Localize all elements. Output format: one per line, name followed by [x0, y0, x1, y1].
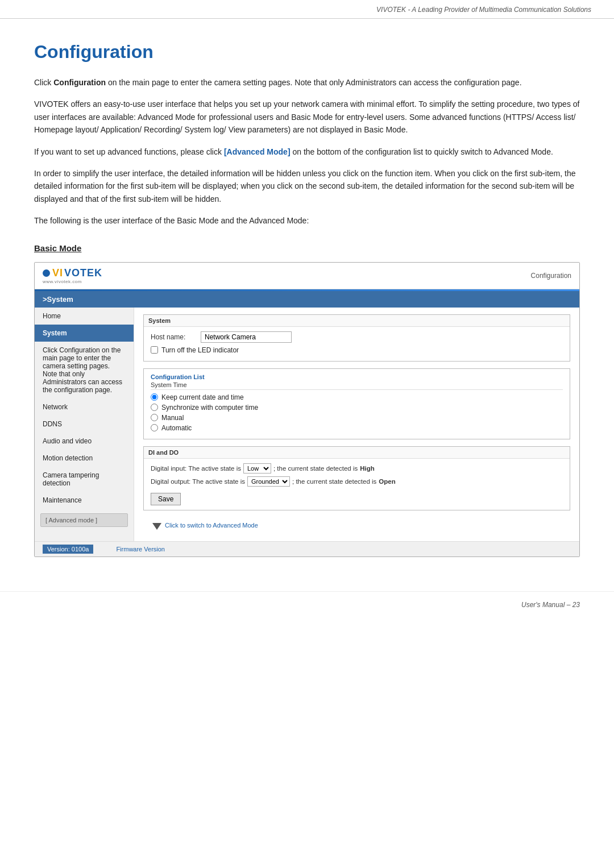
page-footer: User's Manual – 23 — [0, 591, 614, 618]
main-content: Configuration Click Configuration on the… — [0, 19, 614, 580]
ui-main-panel: System Host name: Turn off the LED indic… — [134, 308, 579, 541]
breadcrumb-bar: >System — [35, 291, 579, 308]
sidebar-item-network[interactable]: Network — [35, 398, 134, 416]
system-section-box: System Host name: Turn off the LED indic… — [143, 314, 570, 362]
radio-automatic: Automatic — [151, 424, 563, 432]
footer-text: User's Manual – 23 — [521, 601, 580, 609]
radio-auto-label: Automatic — [161, 424, 192, 432]
logo-vi: VI — [52, 267, 63, 279]
version-badge: Version: 0100a — [43, 545, 93, 554]
digital-output-row: Digital output: The active state is Grou… — [151, 476, 563, 487]
basic-mode-label: Basic Mode — [34, 243, 580, 253]
paragraph-1: Click Configuration on the main page to … — [34, 76, 580, 89]
firmware-version-label: Firmware Version — [116, 546, 165, 553]
sidebar-item-system[interactable]: System — [35, 325, 134, 342]
radio-auto-input[interactable] — [151, 424, 158, 431]
led-checkbox-label: Turn off the LED indicator — [161, 346, 239, 354]
paragraph-5: The following is the user interface of t… — [34, 214, 580, 227]
radio-manual: Manual — [151, 414, 563, 422]
sidebar-item-advanced-mode[interactable]: [ Advanced mode ] — [40, 513, 128, 527]
sidebar-item-motion-detection[interactable]: Motion detection — [35, 450, 134, 467]
advanced-mode-link-text[interactable]: [Advanced Mode] — [224, 147, 291, 156]
di-select[interactable]: Low High — [243, 463, 271, 474]
breadcrumb-text: >System — [43, 295, 73, 304]
vivotek-logo: VIVOTEK www.vivotek.com — [43, 267, 102, 284]
di-do-content: Digital input: The active state is Low H… — [144, 459, 570, 510]
radio-manual-label: Manual — [161, 414, 184, 422]
do-text-middle: ; the current state detected is — [292, 478, 376, 485]
sidebar-item-audio-video[interactable]: Audio and video — [35, 433, 134, 450]
sidebar-item-ddns[interactable]: DDNS — [35, 416, 134, 433]
di-detected-value: High — [360, 465, 375, 472]
ui-top-bar: VIVOTEK www.vivotek.com Configuration — [35, 263, 579, 289]
led-checkbox-row: Turn off the LED indicator — [151, 346, 563, 354]
header-tagline: VIVOTEK - A Leading Provider of Multimed… — [376, 6, 591, 14]
logo-votek: VOTEK — [64, 267, 102, 279]
logo-url: www.vivotek.com — [43, 279, 82, 284]
di-text-before: Digital input: The active state is — [151, 465, 241, 472]
paragraph-3: If you want to set up advanced functions… — [34, 146, 580, 158]
sidebar-item-security[interactable]: Click Configuration on the main page to … — [35, 342, 134, 398]
digital-input-row: Digital input: The active state is Low H… — [151, 463, 563, 474]
radio-sync-input[interactable] — [151, 404, 158, 411]
radio-sync-label: Synchronize with computer time — [161, 404, 258, 412]
arrow-down-icon — [152, 523, 161, 530]
system-section-content: Host name: Turn off the LED indicator — [144, 327, 570, 361]
config-list-content: Configuration List System Time Keep curr… — [144, 369, 570, 439]
radio-keep-label: Keep current date and time — [161, 393, 244, 401]
config-list-section: Configuration List System Time Keep curr… — [143, 368, 570, 439]
config-list-label: Configuration List — [151, 373, 563, 380]
advanced-click-text[interactable]: Click to switch to Advanced Mode — [165, 522, 258, 529]
ui-body: Home System Click Configuration on the m… — [35, 308, 579, 541]
paragraph-4: In order to simplify the user interface,… — [34, 167, 580, 205]
advanced-mode-area[interactable]: Click to switch to Advanced Mode — [143, 517, 570, 534]
config-label: Configuration — [531, 272, 571, 280]
system-section-title: System — [144, 315, 570, 327]
system-time-title: System Time — [151, 381, 563, 390]
led-checkbox[interactable] — [151, 346, 158, 354]
di-text-middle: ; the current state detected is — [273, 465, 358, 472]
sidebar-item-home[interactable]: Home — [35, 308, 134, 325]
radio-manual-input[interactable] — [151, 414, 158, 421]
hostname-input[interactable] — [201, 331, 292, 343]
sidebar-item-camera-tampering[interactable]: Camera tampering detection — [35, 467, 134, 492]
firmware-bar: Version: 0100a Firmware Version — [35, 541, 579, 556]
radio-keep-current: Keep current date and time — [151, 393, 563, 401]
page-header: VIVOTEK - A Leading Provider of Multimed… — [0, 0, 614, 19]
do-text-before: Digital output: The active state is — [151, 478, 245, 485]
do-select[interactable]: Grounded Open — [247, 476, 290, 487]
do-detected-value: Open — [379, 478, 395, 485]
hostname-label: Host name: — [151, 333, 196, 341]
sidebar-item-maintenance[interactable]: Maintenance — [35, 492, 134, 509]
radio-keep-current-input[interactable] — [151, 393, 158, 401]
paragraph-2: VIVOTEK offers an easy-to-use user inter… — [34, 98, 580, 136]
page-title: Configuration — [34, 41, 580, 63]
radio-sync-computer: Synchronize with computer time — [151, 404, 563, 412]
di-do-section: DI and DO Digital input: The active stat… — [143, 446, 570, 510]
hostname-row: Host name: — [151, 331, 563, 343]
ui-mockup: VIVOTEK www.vivotek.com Configuration >S… — [34, 262, 580, 557]
ui-sidebar: Home System Click Configuration on the m… — [35, 308, 134, 541]
di-do-title: DI and DO — [144, 447, 570, 459]
save-button[interactable]: Save — [151, 493, 181, 505]
